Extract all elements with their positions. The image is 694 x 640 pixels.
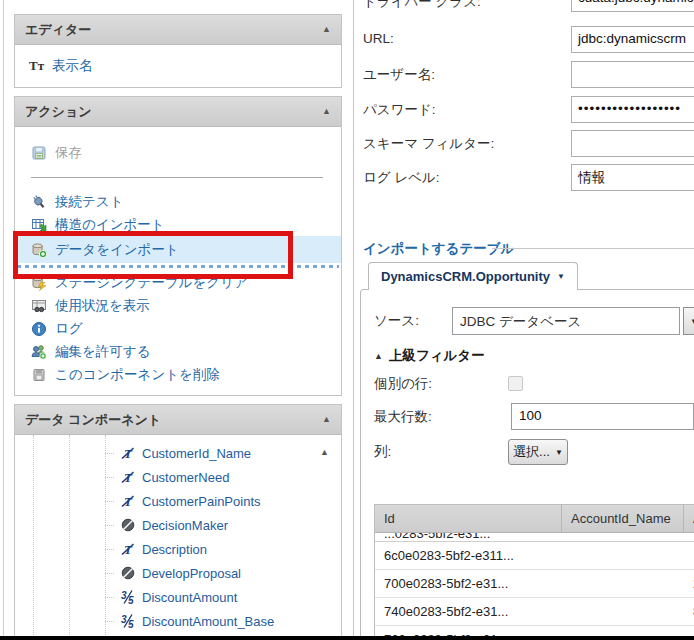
- action-show-usage[interactable]: 使用状況を表示: [15, 294, 341, 317]
- column-header-amount[interactable]: A: [684, 505, 694, 532]
- action-import-data[interactable]: データをインポート: [15, 236, 341, 263]
- table-row[interactable]: 760e0283-5bf2-e31 2: [375, 626, 694, 636]
- left-sidebar: エディター ▲ Tт 表示名 アクション ▲ 保存 接続テスト 構造のイン: [14, 14, 342, 640]
- grid-header: Id AccountId_Name A: [375, 505, 694, 533]
- window-left-border: [3, 0, 4, 640]
- string-field-icon: T: [120, 469, 136, 485]
- actions-panel-title: アクション: [25, 103, 92, 121]
- max-rows-label: 最大行数:: [374, 408, 432, 426]
- advanced-filter-header[interactable]: ▲ 上級フィルター: [374, 347, 485, 365]
- string-field-icon: T: [120, 541, 136, 557]
- driver-class-label: ドライバー クラス:: [363, 0, 481, 11]
- action-delete-component[interactable]: このコンポーネントを削除: [15, 363, 341, 386]
- tree-item-field[interactable]: 35 DiscountAmount_Base: [15, 609, 341, 633]
- password-input[interactable]: ••••••••••••••••••: [571, 96, 694, 123]
- display-name-icon: Tт: [29, 58, 44, 74]
- log-info-icon: [31, 321, 47, 337]
- delete-component-icon: [31, 367, 47, 383]
- editor-panel: エディター ▲ Tт 表示名: [14, 14, 342, 88]
- action-log[interactable]: ログ: [15, 317, 341, 340]
- username-label: ユーザー名:: [363, 66, 435, 84]
- table-settings-container: ソース: JDBC データベース ▼ ▲ 上級フィルター 個別の行: 最大行数:…: [360, 289, 694, 636]
- collapse-arrow-icon: ▲: [374, 351, 383, 361]
- editor-panel-header[interactable]: エディター ▲: [15, 15, 341, 45]
- action-connection-test[interactable]: 接続テスト: [15, 190, 341, 213]
- editor-item-display-name[interactable]: 表示名: [52, 57, 93, 75]
- divider: [31, 177, 323, 178]
- url-label: URL:: [363, 31, 394, 46]
- tree-item-field[interactable]: 35 DiscountAmount: [15, 585, 341, 609]
- tree-item-field[interactable]: T CustomerId_Name: [15, 441, 341, 465]
- table-row[interactable]: 740e0283-5bf2-e31... 8: [375, 598, 694, 626]
- username-input[interactable]: [571, 61, 694, 88]
- data-components-panel-header[interactable]: データ コンポーネント ▲: [15, 405, 341, 435]
- source-dropdown-button[interactable]: ▼: [683, 307, 694, 335]
- column-header-id[interactable]: Id: [375, 505, 562, 532]
- string-field-icon: T: [120, 445, 136, 461]
- import-tables-section-title: インポートするテーブル: [363, 240, 514, 258]
- collapse-arrow-icon[interactable]: ▲: [322, 25, 331, 34]
- import-data-icon: [31, 242, 47, 258]
- chevron-down-icon: ▼: [690, 317, 694, 326]
- actions-panel-header[interactable]: アクション ▲: [15, 97, 341, 127]
- action-save[interactable]: 保存: [15, 139, 341, 167]
- distinct-rows-checkbox[interactable]: [508, 376, 523, 391]
- import-structure-icon: [31, 217, 47, 233]
- number-field-icon: 35: [120, 589, 136, 605]
- chevron-down-icon: ▼: [555, 448, 563, 457]
- columns-label: 列:: [374, 443, 391, 461]
- tree-item-field[interactable]: T CustomerPainPoints: [15, 489, 341, 513]
- distinct-rows-label: 個別の行:: [374, 375, 432, 393]
- log-level-input[interactable]: 情報: [571, 164, 694, 191]
- source-combobox[interactable]: JDBC データベース: [452, 307, 680, 335]
- schema-filter-label: スキーマ フィルター:: [363, 135, 494, 153]
- allow-editing-icon: [31, 344, 47, 360]
- show-usage-icon: [31, 298, 47, 314]
- action-import-structure[interactable]: 構造のインポート: [15, 213, 341, 236]
- section-rule: [492, 248, 694, 249]
- preview-grid: Id AccountId_Name A ...0283-5bf2-e31... …: [374, 504, 694, 636]
- driver-class-input[interactable]: cdata.jdbc.dynamicscrm: [571, 0, 694, 12]
- table-row[interactable]: 700e0283-5bf2-e31... 2: [375, 570, 694, 598]
- tree-item-field[interactable]: T CustomerNeed: [15, 465, 341, 489]
- collapse-arrow-icon[interactable]: ▲: [322, 107, 331, 116]
- url-input[interactable]: jdbc:dynamicscrm: [571, 26, 694, 53]
- log-level-label: ログ レベル:: [363, 169, 440, 187]
- tree-item-field[interactable]: DecisionMaker: [15, 513, 341, 537]
- tree-item-field[interactable]: T Description: [15, 537, 341, 561]
- editor-panel-title: エディター: [25, 21, 91, 39]
- action-allow-editing[interactable]: 編集を許可する: [15, 340, 341, 363]
- table-row-clipped[interactable]: ...0283-5bf2-e31...: [375, 533, 694, 542]
- number-field-icon: 35: [120, 613, 136, 629]
- actions-panel: アクション ▲ 保存 接続テスト 構造のインポート データをインポート: [14, 96, 342, 396]
- clear-staging-icon: [31, 275, 47, 291]
- connection-test-icon: [31, 194, 47, 210]
- password-label: パスワード:: [363, 101, 436, 119]
- collapse-arrow-icon[interactable]: ▲: [322, 415, 331, 424]
- table-row[interactable]: 6c0e0283-5bf2-e311...: [375, 542, 694, 570]
- columns-select-button[interactable]: 選択... ▼: [508, 439, 568, 465]
- drop-indicator-line: [17, 265, 339, 268]
- max-rows-input[interactable]: 100: [511, 403, 694, 430]
- window-bottom-border: [0, 636, 694, 640]
- string-field-icon: T: [120, 493, 136, 509]
- action-clear-staging-tables[interactable]: ステージングテーブルをクリア: [15, 271, 341, 294]
- data-components-tree: ▲ T CustomerId_Name T CustomerNeed T Cus…: [15, 435, 341, 640]
- connection-settings-panel: ドライバー クラス: cdata.jdbc.dynamicscrm URL: j…: [353, 0, 694, 636]
- tree-item-field[interactable]: DevelopProposal: [15, 561, 341, 585]
- data-components-panel-title: データ コンポーネント: [25, 411, 161, 429]
- tab-dynamicscrm-opportunity[interactable]: DynamicsCRM.Opportunity ▼: [368, 262, 578, 290]
- source-label: ソース:: [374, 312, 419, 330]
- binary-field-icon: [120, 565, 136, 581]
- binary-field-icon: [120, 517, 136, 533]
- save-icon: [31, 145, 47, 161]
- chevron-down-icon: ▼: [557, 272, 565, 281]
- column-header-accountid-name[interactable]: AccountId_Name: [562, 505, 684, 532]
- data-components-panel: データ コンポーネント ▲ ▲ T CustomerId_Name T Cust…: [14, 404, 342, 640]
- schema-filter-input[interactable]: [571, 130, 694, 157]
